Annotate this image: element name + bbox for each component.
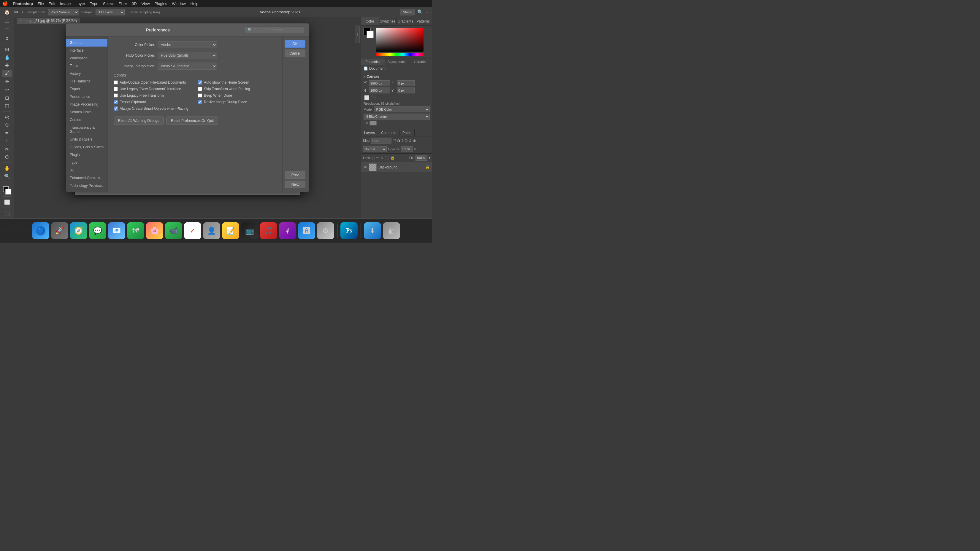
shape-tool[interactable]: ⬡: [2, 153, 12, 161]
tab-patterns[interactable]: Patterns: [414, 17, 432, 25]
brush-tool[interactable]: 🖌: [2, 70, 12, 77]
checkbox-legacy-free[interactable]: [114, 94, 118, 98]
sidebar-item-3d[interactable]: 3D: [66, 167, 107, 174]
sample-size-select[interactable]: Point Sample 3 by 3 Average 5 by 5 Avera…: [48, 9, 79, 16]
checkbox-beep-done[interactable]: [198, 94, 202, 98]
mode-select[interactable]: RGB Color CMYK Color Grayscale: [374, 106, 430, 113]
sidebar-item-scratchdisks[interactable]: Scratch Disks: [66, 108, 107, 116]
more-options-icon[interactable]: ⋯: [426, 10, 430, 14]
sidebar-item-interface[interactable]: Interface: [66, 46, 107, 54]
next-button[interactable]: Next: [285, 181, 305, 188]
landscape-icon[interactable]: ⬛: [371, 95, 376, 100]
tab-gradients[interactable]: Gradients: [397, 17, 415, 25]
menu-3d[interactable]: 3D: [132, 2, 137, 6]
hue-slider[interactable]: [376, 53, 423, 56]
lock-transparency-icon[interactable]: ⬚: [372, 156, 375, 160]
bits-select[interactable]: 8 Bits/Channel 16 Bits/Channel 32 Bits/C…: [364, 114, 430, 119]
menu-help[interactable]: Help: [191, 2, 199, 6]
canvas-collapse-icon[interactable]: ▾: [364, 75, 365, 79]
canvas-width-input[interactable]: [369, 80, 390, 86]
screen-mode-tool[interactable]: ⬛: [2, 210, 12, 217]
crop-tool[interactable]: ⊠: [2, 46, 12, 53]
layer-filter-toggle[interactable]: ◉: [413, 138, 416, 143]
portrait-icon[interactable]: ⬜: [364, 95, 369, 100]
lasso-tool[interactable]: ⌀: [2, 34, 12, 42]
tab-paths[interactable]: Paths: [399, 129, 415, 136]
healing-tool[interactable]: ✚: [2, 62, 12, 69]
checkbox-auto-home[interactable]: [198, 80, 202, 84]
menu-photoshop[interactable]: Photoshop: [13, 2, 33, 6]
layer-icon-pixel[interactable]: ⬚: [393, 138, 396, 143]
blur-tool[interactable]: ◎: [2, 113, 12, 121]
checkbox-export-clipboard[interactable]: [114, 100, 118, 104]
checkbox-skip-transform[interactable]: [198, 87, 202, 91]
sidebar-item-units[interactable]: Units & Rulers: [66, 135, 107, 143]
canvas-y-input[interactable]: [397, 87, 415, 94]
layer-icon-smart[interactable]: ⊙: [409, 138, 412, 143]
reset-prefs-button[interactable]: Reset Preferences On Quit: [167, 116, 218, 125]
bg-swatch[interactable]: [366, 31, 374, 38]
sidebar-item-enhancedcontrols[interactable]: Enhanced Controls: [66, 174, 107, 182]
layer-icon-adjust[interactable]: ◑: [397, 138, 400, 143]
eraser-tool[interactable]: ◻: [2, 94, 12, 102]
menu-image[interactable]: Image: [60, 2, 71, 6]
tab-layers[interactable]: Layers: [361, 129, 378, 136]
layer-icon-type[interactable]: T: [401, 138, 403, 143]
tab-libraries[interactable]: Libraries: [408, 59, 432, 65]
menu-window[interactable]: Window: [172, 2, 186, 6]
fill-swatch[interactable]: [369, 121, 377, 125]
sidebar-item-type[interactable]: Type: [66, 159, 107, 167]
color-picker-select[interactable]: Adobe Windows: [158, 41, 217, 48]
opacity-arrow[interactable]: ▾: [414, 147, 416, 151]
menu-layer[interactable]: Layer: [75, 2, 85, 6]
menu-file[interactable]: File: [38, 2, 44, 6]
sidebar-item-guides[interactable]: Guides, Grid & Slices: [66, 143, 107, 151]
canvas-x-input[interactable]: [397, 80, 415, 86]
sidebar-item-techpreviews[interactable]: Technology Previews: [66, 182, 107, 189]
tab-properties[interactable]: Properties: [361, 59, 385, 65]
tab-adjustments[interactable]: Adjustments: [385, 59, 409, 65]
hand-tool[interactable]: ✋: [2, 165, 12, 172]
path-tool[interactable]: ⊳: [2, 145, 12, 153]
layer-icon-shape[interactable]: ⬡: [404, 138, 407, 143]
menu-type[interactable]: Type: [90, 2, 98, 6]
home-icon[interactable]: 🏠: [2, 7, 12, 17]
search-input[interactable]: [254, 28, 302, 32]
select-tool[interactable]: ⬚: [2, 26, 12, 34]
menu-edit[interactable]: Edit: [49, 2, 55, 6]
checkbox-legacy-interface[interactable]: [114, 87, 118, 91]
lock-image-icon[interactable]: ✏: [376, 156, 379, 160]
apple-menu[interactable]: 🍎: [2, 1, 8, 6]
dodge-tool[interactable]: ☉: [2, 121, 12, 129]
checkbox-always-smart[interactable]: [114, 106, 118, 111]
lock-position-icon[interactable]: ⊕: [380, 156, 383, 160]
text-tool[interactable]: T: [2, 137, 12, 145]
sidebar-item-cursors[interactable]: Cursors: [66, 116, 107, 124]
sidebar-item-general[interactable]: General: [66, 39, 107, 46]
blend-mode-select[interactable]: Normal Multiply Screen: [363, 146, 387, 152]
ok-button[interactable]: OK: [285, 40, 305, 48]
sidebar-item-plugins[interactable]: Plugins: [66, 151, 107, 159]
hud-color-picker-select[interactable]: Hue Strip (Small) Hue Strip (Medium) Hue…: [158, 52, 217, 59]
layers-kind-input[interactable]: [371, 138, 391, 143]
opacity-input[interactable]: [401, 146, 413, 152]
pen-tool[interactable]: ✒: [2, 129, 12, 137]
sidebar-item-history[interactable]: History: [66, 70, 107, 78]
sample-select[interactable]: All Layers Current Layer: [95, 9, 125, 16]
dock-trash[interactable]: 🗑: [383, 222, 400, 239]
share-button[interactable]: Share: [400, 9, 415, 16]
menu-filter[interactable]: Filter: [118, 2, 127, 6]
dock-downloads[interactable]: ⬇: [364, 222, 381, 239]
zoom-tool[interactable]: 🔍: [2, 173, 12, 180]
cancel-button[interactable]: Cancel: [285, 49, 305, 57]
fill-pct-input[interactable]: [415, 155, 427, 161]
sidebar-item-imageprocessing[interactable]: Image Processing: [66, 100, 107, 108]
move-tool[interactable]: ⊹: [2, 18, 12, 26]
lock-all-icon[interactable]: 🔒: [390, 156, 395, 160]
sidebar-item-workspace[interactable]: Workspace: [66, 54, 107, 62]
tab-color[interactable]: Color: [361, 17, 379, 25]
layer-visibility-eye[interactable]: 👁: [364, 165, 367, 169]
quick-mask-tool[interactable]: ⬜: [2, 198, 12, 206]
gradient-tool[interactable]: ◱: [2, 102, 12, 110]
tab-swatches[interactable]: Swatches: [379, 17, 397, 25]
